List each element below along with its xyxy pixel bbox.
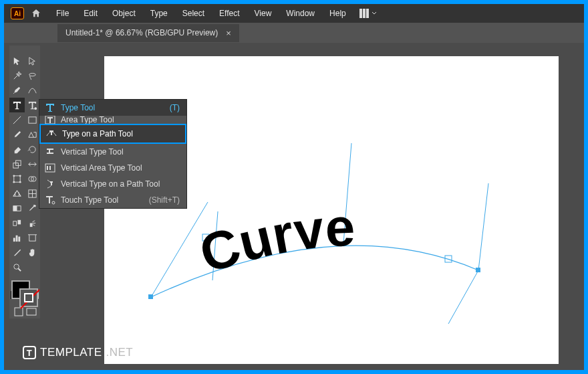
flyout-vertical-area-type-tool[interactable]: Vertical Area Type Tool: [39, 160, 186, 176]
svg-rect-22: [30, 223, 33, 227]
menu-type[interactable]: Type: [144, 6, 174, 21]
lasso-tool[interactable]: [25, 68, 40, 83]
flyout-area-type-tool[interactable]: Area Type Tool: [39, 116, 186, 124]
flyout-vertical-type-tool[interactable]: Vertical Type Tool: [39, 144, 186, 160]
magic-wand-tool[interactable]: [9, 68, 25, 83]
app-logo-icon[interactable]: Ai: [11, 7, 24, 19]
svg-rect-21: [17, 219, 21, 224]
shape-builder-tool[interactable]: [25, 171, 40, 186]
svg-rect-20: [13, 221, 17, 225]
svg-rect-25: [18, 236, 20, 242]
eyedropper-tool[interactable]: [25, 201, 40, 215]
symbol-sprayer-tool[interactable]: [25, 215, 40, 230]
direct-selection-tool[interactable]: [25, 54, 40, 68]
document-tab[interactable]: Untitled-1* @ 66.67% (RGB/GPU Preview) ×: [57, 24, 239, 42]
scale-tool[interactable]: [9, 157, 25, 171]
svg-rect-0: [359, 9, 362, 18]
type-tool-flyout: Type Tool (T) Area Type Tool Type on a P…: [39, 99, 187, 209]
watermark-icon: T: [23, 346, 36, 359]
menu-file[interactable]: File: [49, 6, 76, 21]
watermark: T TEMPLATE.NET: [23, 346, 133, 359]
flyout-type-on-path-tool[interactable]: Type on a Path Tool: [39, 124, 186, 144]
svg-rect-8: [14, 175, 20, 181]
curved-text[interactable]: Curve: [192, 197, 356, 284]
flyout-vertical-type-on-path-tool[interactable]: Vertical Type on a Path Tool: [39, 176, 186, 192]
shaper-tool[interactable]: [25, 127, 40, 142]
paintbrush-tool[interactable]: [9, 127, 25, 142]
svg-point-12: [19, 181, 21, 183]
menu-effect[interactable]: Effect: [212, 6, 246, 21]
menu-edit[interactable]: Edit: [77, 6, 104, 21]
menu-bar: Ai File Edit Object Type Select Effect V…: [4, 4, 584, 23]
line-tool[interactable]: [9, 112, 25, 127]
tool-placeholder: [25, 260, 40, 274]
bezier-handle-left[interactable]: [151, 202, 208, 297]
rectangle-tool[interactable]: [25, 112, 40, 127]
stroke-swatch[interactable]: [19, 288, 38, 307]
workspace-area: Curve: [4, 43, 584, 370]
svg-point-29: [14, 264, 19, 269]
menu-view[interactable]: View: [248, 6, 279, 21]
rotate-tool[interactable]: [25, 142, 40, 157]
perspective-grid-tool[interactable]: [9, 186, 25, 201]
svg-rect-5: [29, 116, 36, 122]
flyout-touch-type-tool[interactable]: Touch Type Tool (Shift+T): [39, 192, 186, 208]
home-icon[interactable]: [31, 8, 41, 19]
svg-point-9: [13, 175, 15, 177]
type-tool[interactable]: [9, 98, 25, 112]
svg-rect-19: [13, 205, 17, 211]
anchor-point-icon[interactable]: [148, 294, 153, 299]
svg-rect-2: [366, 9, 369, 18]
svg-line-30: [18, 268, 21, 271]
tools-panel: [9, 47, 40, 318]
width-tool[interactable]: [25, 157, 40, 171]
mesh-tool[interactable]: [25, 186, 40, 201]
svg-line-31: [21, 290, 39, 308]
slice-tool[interactable]: [9, 245, 25, 260]
svg-rect-24: [16, 235, 18, 241]
svg-rect-1: [363, 9, 365, 18]
anchor-point-icon[interactable]: [476, 268, 480, 272]
chevron-down-icon: [372, 11, 377, 16]
svg-line-4: [13, 116, 21, 123]
svg-point-40: [52, 201, 55, 204]
flyout-type-tool[interactable]: Type Tool (T): [39, 100, 186, 116]
zoom-tool[interactable]: [9, 260, 25, 274]
document-tab-label: Untitled-1* @ 66.67% (RGB/GPU Preview): [65, 28, 218, 37]
pen-tool[interactable]: [9, 83, 25, 98]
touch-type-tool[interactable]: [25, 98, 40, 112]
color-swatches[interactable]: [9, 278, 40, 318]
menu-window[interactable]: Window: [279, 6, 321, 21]
svg-point-3: [34, 107, 37, 110]
document-tab-bar: Untitled-1* @ 66.67% (RGB/GPU Preview) ×: [4, 23, 584, 43]
menu-help[interactable]: Help: [323, 6, 353, 21]
menu-select[interactable]: Select: [176, 6, 211, 21]
free-transform-tool[interactable]: [9, 171, 25, 186]
bezier-handle-right-in[interactable]: [478, 183, 488, 270]
blend-tool[interactable]: [9, 215, 25, 230]
gradient-tool[interactable]: [9, 201, 25, 215]
column-graph-tool[interactable]: [9, 230, 25, 245]
curvature-tool[interactable]: [25, 83, 40, 98]
svg-rect-26: [29, 234, 35, 240]
selection-tool[interactable]: [9, 54, 25, 68]
eraser-tool[interactable]: [9, 142, 25, 157]
svg-point-11: [13, 181, 15, 183]
svg-rect-23: [13, 238, 15, 242]
close-tab-icon[interactable]: ×: [226, 28, 231, 38]
svg-point-10: [19, 175, 21, 177]
hand-tool[interactable]: [25, 245, 40, 260]
menu-object[interactable]: Object: [106, 6, 142, 21]
app-window: Ai File Edit Object Type Select Effect V…: [4, 4, 584, 370]
artboard-tool[interactable]: [25, 230, 40, 245]
bezier-handle-right-out[interactable]: [448, 270, 478, 324]
workspace-switcher[interactable]: [359, 9, 377, 18]
